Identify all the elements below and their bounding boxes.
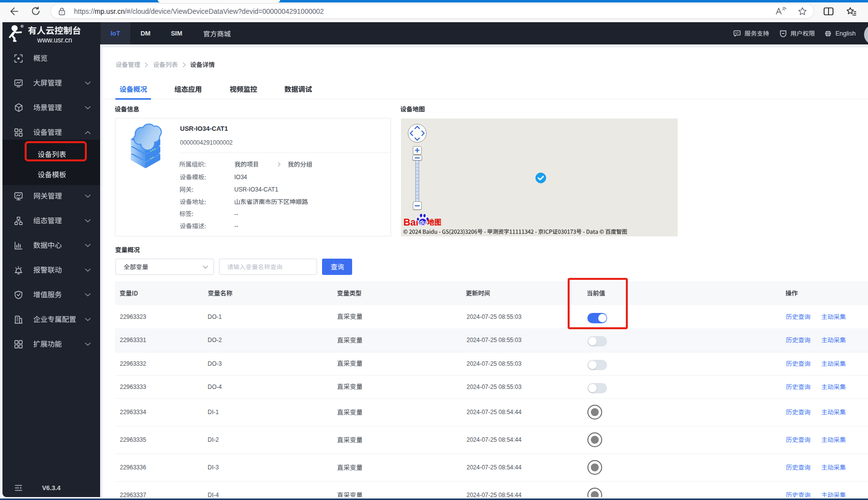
svg-text:Bai: Bai	[403, 217, 418, 227]
svg-text:du: du	[419, 219, 427, 226]
